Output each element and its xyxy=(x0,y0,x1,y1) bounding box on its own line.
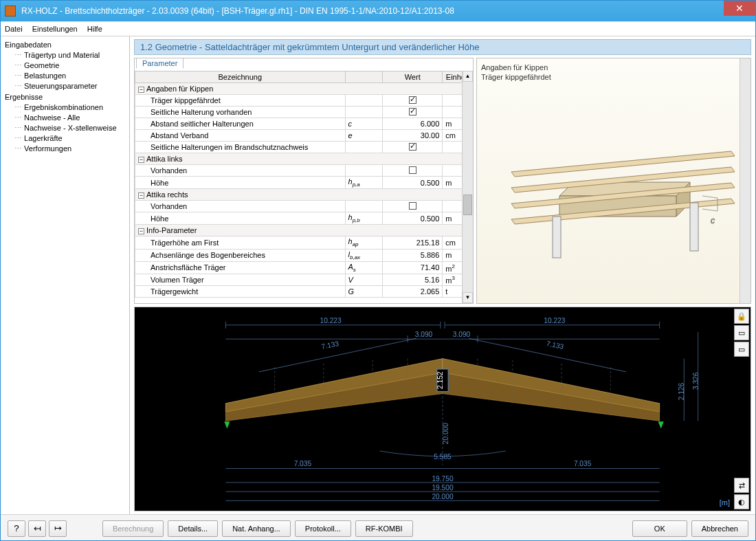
param-label: Abstand Verband xyxy=(135,130,346,142)
lock-icon[interactable]: 🔒 xyxy=(734,309,749,324)
footer: ? ↤ ↦ Berechnung Details... Nat. Anhang.… xyxy=(1,514,755,541)
tool-icon-3[interactable]: ⇄ xyxy=(734,478,749,493)
param-label: Seitliche Halterung vorhanden xyxy=(135,107,346,118)
param-symbol: hp,a xyxy=(345,177,383,189)
section-title: 1.2 Geometrie - Satteldachträger mit gek… xyxy=(134,39,751,55)
svg-rect-8 xyxy=(553,217,561,258)
svg-text:3.326: 3.326 xyxy=(692,372,700,390)
menu-help[interactable]: Hilfe xyxy=(87,25,102,33)
preview-title2: Träger kippgefährdet xyxy=(481,72,746,82)
param-label: Trägergewicht xyxy=(135,285,346,297)
scroll-thumb[interactable] xyxy=(463,195,472,215)
param-value[interactable]: 71.40 xyxy=(383,261,443,274)
details-button[interactable]: Details... xyxy=(168,520,218,537)
param-label: Trägerhöhe am First xyxy=(135,236,346,249)
nav-tree: Eingabedaten Trägertyp und MaterialGeome… xyxy=(1,36,130,514)
preview-panel: Angaben für Kippen Träger kippgefährdet xyxy=(476,58,751,304)
param-value[interactable]: 5.16 xyxy=(383,274,443,285)
protokoll-button[interactable]: Protokoll... xyxy=(295,520,351,537)
param-symbol: hap xyxy=(345,236,383,249)
tool-icon-1[interactable]: ▭ xyxy=(734,325,749,340)
param-scrollbar[interactable]: ▲ ▼ xyxy=(462,71,473,303)
svg-text:3.090: 3.090 xyxy=(453,331,471,338)
param-symbol xyxy=(345,165,383,177)
svg-text:19.750: 19.750 xyxy=(432,475,453,483)
param-symbol xyxy=(345,95,383,107)
svg-text:5.585: 5.585 xyxy=(434,453,452,461)
cancel-button[interactable]: Abbrechen xyxy=(691,520,748,537)
svg-text:19.500: 19.500 xyxy=(432,484,453,492)
nav-item[interactable]: Trägertyp und Material xyxy=(2,50,128,60)
scroll-up-icon[interactable]: ▲ xyxy=(463,71,473,82)
param-checkbox[interactable] xyxy=(383,142,443,153)
calc-button[interactable]: Berechnung xyxy=(102,520,164,537)
param-label: Vorhanden xyxy=(135,165,346,177)
nav-item[interactable]: Nachweise - X-stellenweise xyxy=(2,123,128,133)
param-value[interactable]: 5.886 xyxy=(383,249,443,261)
preview-3d-diagram: c xyxy=(484,93,738,272)
param-label: Träger kippgefährdet xyxy=(135,95,346,107)
param-checkbox[interactable] xyxy=(383,201,443,212)
param-symbol: c xyxy=(345,118,383,130)
tool-icon-4[interactable]: ◐ xyxy=(734,494,749,509)
param-symbol: G xyxy=(345,285,383,297)
nav-item[interactable]: Belastungen xyxy=(2,71,128,81)
svg-text:10.223: 10.223 xyxy=(544,317,565,324)
param-value[interactable]: 2.065 xyxy=(383,285,443,297)
menu-file[interactable]: Datei xyxy=(5,25,23,33)
rf-kombi-button[interactable]: RF-KOMBI xyxy=(355,520,413,537)
param-checkbox[interactable] xyxy=(383,107,443,118)
drawing-panel[interactable]: 10.223 3.090 3.090 10.223 7.133 7.133 2.… xyxy=(134,307,751,511)
param-checkbox[interactable] xyxy=(383,165,443,177)
scroll-down-icon[interactable]: ▼ xyxy=(463,292,473,303)
help-button[interactable]: ? xyxy=(8,520,25,537)
param-value[interactable]: 6.000 xyxy=(383,118,443,130)
col-designation: Bezeichnung xyxy=(135,71,346,83)
param-label: Anstrichsfläche Träger xyxy=(135,261,346,274)
nav-item[interactable]: Nachweise - Alle xyxy=(2,113,128,123)
parameter-tab[interactable]: Parameter xyxy=(136,58,184,69)
parameter-table: Bezeichnung Wert Einheit −Angaben für Ki… xyxy=(135,71,473,298)
param-symbol: As xyxy=(345,261,383,274)
param-value[interactable]: 30.00 xyxy=(383,130,443,142)
param-group[interactable]: −Angaben für Kippen xyxy=(135,83,473,95)
menu-settings[interactable]: Einstellungen xyxy=(32,25,78,33)
next-button[interactable]: ↦ xyxy=(49,520,67,537)
svg-text:20.000: 20.000 xyxy=(432,493,453,500)
col-symbol xyxy=(345,71,383,83)
param-group[interactable]: −Attika links xyxy=(135,153,473,165)
nav-item[interactable]: Ergebniskombinationen xyxy=(2,102,128,113)
close-button[interactable]: ✕ xyxy=(724,1,755,16)
preview-scrollbar[interactable] xyxy=(740,58,751,303)
preview-title1: Angaben für Kippen xyxy=(481,63,746,72)
svg-rect-7 xyxy=(690,203,698,251)
param-label: Vorhanden xyxy=(135,201,346,212)
param-label: Abstand seitlicher Halterungen xyxy=(135,118,346,130)
svg-text:20.000: 20.000 xyxy=(442,423,449,444)
param-group[interactable]: −Attika rechts xyxy=(135,189,473,201)
nav-item[interactable]: Steuerungsparameter xyxy=(2,81,128,91)
svg-text:10.223: 10.223 xyxy=(320,317,342,324)
nav-item[interactable]: Lagerkräfte xyxy=(2,133,128,144)
tool-icon-2[interactable]: ▭ xyxy=(734,342,749,357)
svg-text:7.035: 7.035 xyxy=(294,460,312,467)
param-value[interactable]: 0.500 xyxy=(383,177,443,189)
nav-item[interactable]: Verformungen xyxy=(2,144,128,154)
col-value: Wert xyxy=(383,71,443,83)
nat-anhang-button[interactable]: Nat. Anhang... xyxy=(222,520,291,537)
svg-text:2.126: 2.126 xyxy=(678,382,685,400)
param-symbol: e xyxy=(345,130,383,142)
param-checkbox[interactable] xyxy=(383,95,443,107)
param-label: Höhe xyxy=(135,177,346,189)
param-group[interactable]: −Info-Parameter xyxy=(135,225,473,236)
nav-item[interactable]: Geometrie xyxy=(2,60,128,71)
param-symbol xyxy=(345,201,383,212)
prev-button[interactable]: ↤ xyxy=(28,520,46,537)
drawing-unit: [m] xyxy=(720,498,730,507)
param-value[interactable]: 215.18 xyxy=(383,236,443,249)
param-value[interactable]: 0.500 xyxy=(383,212,443,225)
param-symbol: hp,b xyxy=(345,212,383,225)
svg-marker-45 xyxy=(658,421,664,428)
parameter-panel: Parameter Bezeichnung Wert Einheit −Anga… xyxy=(134,58,474,304)
ok-button[interactable]: OK xyxy=(632,520,687,537)
